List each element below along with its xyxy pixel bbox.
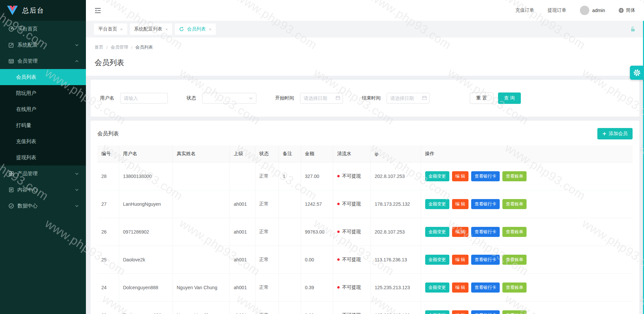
- close-tab-icon[interactable]: ×: [120, 27, 123, 32]
- breadcrumb-separator: /: [131, 45, 133, 50]
- cell-parent: [230, 163, 255, 190]
- edit-button[interactable]: 编 辑: [452, 199, 469, 209]
- change-amount-button[interactable]: 金额变更: [425, 282, 449, 293]
- cell-flow: 不可提现: [333, 218, 370, 246]
- tab-system-config-list[interactable]: 系统配置列表 ×: [130, 23, 172, 35]
- change-amount-button[interactable]: 金额变更: [425, 171, 449, 181]
- cell-parent: ah001: [230, 274, 255, 302]
- sidebar-item-recharge-list[interactable]: 充值列表: [0, 133, 86, 149]
- edit-icon: [8, 42, 14, 48]
- view-bankcard-button[interactable]: 查看银行卡: [471, 227, 500, 237]
- tab-bar: 平台首页 × 系统配置列表 × 会员列表 ×: [86, 21, 644, 38]
- cell-username: Dolcenguyen888: [119, 274, 172, 302]
- cell-ip: 125.235.213.123: [370, 274, 421, 302]
- flow-status-label: 不可提现: [342, 312, 361, 314]
- cell-id: 24: [97, 274, 119, 302]
- view-bill-button[interactable]: 查看账单: [502, 310, 527, 314]
- refresh-icon[interactable]: [179, 27, 184, 32]
- tab-label: 系统配置列表: [134, 26, 162, 32]
- username-filter-label: 用户名: [100, 95, 114, 101]
- edit-button[interactable]: 编 辑: [452, 282, 469, 293]
- view-bankcard-button[interactable]: 查看银行卡: [471, 171, 500, 181]
- change-amount-button[interactable]: 金额变更: [425, 310, 449, 314]
- member-table: 编号用户名真实姓名上级状态备注金额清流水ip操作 28 13800138000 …: [97, 145, 633, 314]
- cell-remark: 1: [279, 163, 301, 190]
- flow-status-label: 不可提现: [342, 229, 361, 234]
- search-button[interactable]: 查 询: [498, 92, 521, 104]
- cell-ip: 178.173.225.132: [370, 190, 421, 218]
- view-bankcard-button[interactable]: 查看银行卡: [471, 255, 500, 265]
- username-label: admin: [592, 8, 605, 13]
- cell-id: 23: [97, 302, 119, 314]
- table-row: 23 Tommynguyen888 Nguyen Van Chung ah001…: [97, 302, 633, 314]
- start-date-input[interactable]: [300, 93, 343, 104]
- cell-ip: 202.8.107.253: [370, 163, 421, 190]
- username-input[interactable]: [120, 93, 168, 104]
- view-bankcard-button[interactable]: 查看银行卡: [471, 310, 500, 314]
- add-member-button[interactable]: 添加会员: [597, 128, 633, 139]
- view-bill-button[interactable]: 查看账单: [502, 255, 527, 265]
- cell-actions: 金额变更 编 辑 查看银行卡 查看账单: [421, 190, 633, 218]
- unlock-icon[interactable]: [630, 26, 636, 32]
- edit-button[interactable]: 编 辑: [452, 255, 469, 265]
- sidebar-item-member-list[interactable]: 会员列表: [0, 69, 86, 85]
- view-bill-button[interactable]: 查看账单: [502, 227, 527, 237]
- breadcrumb-member-management[interactable]: 会员管理: [111, 44, 128, 50]
- change-amount-button[interactable]: 金额变更: [425, 199, 449, 209]
- sidebar-item-data-center[interactable]: 数据中心: [0, 198, 86, 214]
- chevron-down-icon: [75, 189, 79, 191]
- sidebar-item-online-users[interactable]: 在线用户: [0, 101, 86, 117]
- app-logo[interactable]: 总后台: [0, 0, 86, 21]
- settings-gear-button[interactable]: [630, 66, 644, 80]
- user-menu[interactable]: admin: [580, 6, 605, 15]
- status-select[interactable]: [202, 93, 256, 104]
- chevron-down-icon: [75, 173, 79, 175]
- red-dot-icon: [337, 258, 340, 261]
- sidebar-item-member-management[interactable]: 会员管理: [0, 53, 86, 69]
- sidebar-item-content-center[interactable]: 内容中心: [0, 182, 86, 198]
- sidebar-item-product-management[interactable]: 产品管理: [0, 166, 86, 182]
- cell-ip: 113.176.236.13: [370, 246, 421, 274]
- edit-button[interactable]: 编 辑: [452, 227, 469, 237]
- sidebar-item-coding-volume[interactable]: 打码量: [0, 117, 86, 133]
- cell-id: 25: [97, 246, 119, 274]
- card-title: 会员列表: [97, 130, 119, 137]
- collapse-sidebar-icon[interactable]: [95, 8, 101, 13]
- edit-button[interactable]: 编 辑: [452, 310, 469, 314]
- sidebar-item-platform-home[interactable]: 平台首页: [0, 21, 86, 37]
- row-actions: 金额变更 编 辑 查看银行卡 查看账单: [425, 282, 629, 293]
- sidebar-item-label: 会员管理: [17, 58, 38, 64]
- view-bill-button[interactable]: 查看账单: [502, 199, 527, 209]
- end-date-input[interactable]: [387, 93, 430, 104]
- sidebar-item-companion-users[interactable]: 陪玩用户: [0, 85, 86, 101]
- view-bill-button[interactable]: 查看账单: [502, 282, 527, 293]
- table-row: 27 LanHuongNguyen ah001 正常 1242.57 不可提现 …: [97, 190, 633, 218]
- sidebar-item-label: 充值列表: [16, 138, 36, 145]
- page-header-block: 首页 / 会员管理 / 会员列表 会员列表: [86, 38, 644, 76]
- cell-username: 13800138000: [119, 163, 172, 190]
- reset-button[interactable]: 重 置: [470, 92, 493, 104]
- change-amount-button[interactable]: 金额变更: [425, 255, 449, 265]
- add-member-label: 添加会员: [609, 131, 628, 137]
- tab-member-list[interactable]: 会员列表 ×: [175, 23, 216, 35]
- view-bankcard-button[interactable]: 查看银行卡: [471, 199, 500, 209]
- cell-status: 正常: [255, 190, 279, 218]
- sidebar-item-withdraw-list[interactable]: 提现列表: [0, 149, 86, 166]
- breadcrumb-home[interactable]: 首页: [95, 44, 103, 50]
- close-tab-icon[interactable]: ×: [209, 27, 211, 32]
- member-list-card: 会员列表 添加会员 编号用户名真实姓名上级状态备注金额清流水ip操作: [91, 121, 639, 314]
- recharge-orders-link[interactable]: 充值订单: [515, 7, 534, 13]
- sidebar-item-system-config[interactable]: 系统配置: [0, 37, 86, 53]
- view-bankcard-button[interactable]: 查看银行卡: [471, 282, 500, 293]
- column-header: 真实姓名: [172, 145, 230, 163]
- tab-platform-home[interactable]: 平台首页 ×: [94, 23, 127, 35]
- vue-logo-icon: [7, 5, 18, 15]
- cell-remark: [279, 246, 301, 274]
- edit-button[interactable]: 编 辑: [452, 171, 469, 181]
- close-tab-icon[interactable]: ×: [165, 27, 168, 32]
- withdraw-orders-link[interactable]: 提现订单: [548, 7, 566, 13]
- change-amount-button[interactable]: 金额变更: [425, 227, 449, 237]
- view-bill-button[interactable]: 查看账单: [502, 171, 527, 181]
- language-switcher[interactable]: 简体: [618, 7, 635, 13]
- sidebar-item-label: 产品管理: [17, 171, 38, 177]
